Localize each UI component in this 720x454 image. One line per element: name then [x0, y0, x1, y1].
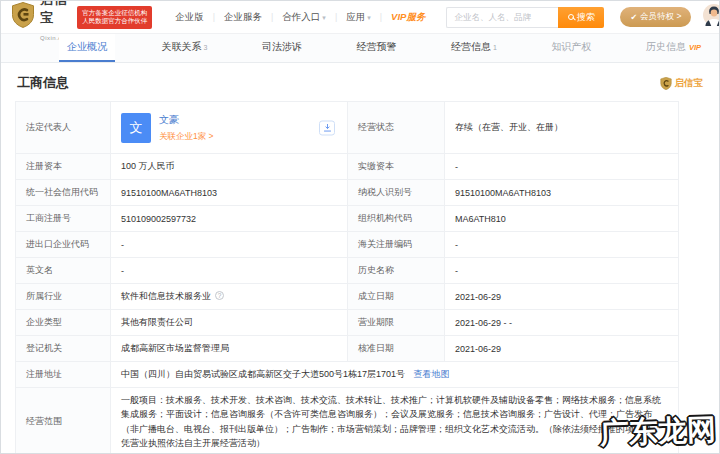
value-organization-code: MA6ATH810 — [445, 206, 679, 232]
value-credit-code: 91510100MA6ATH8103 — [111, 180, 348, 206]
label-former-name: 历史名称 — [348, 258, 445, 284]
tab-operation-info[interactable]: 经营信息1 — [443, 34, 505, 62]
tab-label: 关联关系 — [162, 40, 202, 54]
legal-rep-name-link[interactable]: 文豪 — [159, 113, 214, 127]
value-establish-date: 2021-06-29 — [445, 284, 679, 310]
nav-apps-label: 应用 — [346, 11, 365, 22]
address-text: 中国（四川）自由贸易试验区成都高新区交子大道500号1栋17层1701号 — [121, 369, 405, 379]
help-icon[interactable]: ? — [215, 291, 224, 300]
value-operating-status: 存续（在营、开业、在册） — [445, 102, 679, 154]
nav-vip-service[interactable]: VIP服务 — [382, 11, 434, 24]
label-organization-code: 组织机构代码 — [348, 206, 445, 232]
tab-judicial-litigation[interactable]: 司法涉诉 — [254, 34, 310, 62]
tab-company-overview[interactable]: 企业概况 — [59, 34, 115, 62]
view-map-link[interactable]: 查看地图 — [414, 369, 450, 379]
nav-enterprise-edition[interactable]: 企业版 — [166, 11, 213, 24]
search-button[interactable]: 搜索 — [558, 7, 604, 28]
table-row: 进出口企业代码 - 海关注册编码 - — [16, 232, 679, 258]
check-icon: ✔ — [630, 13, 637, 22]
label-registered-capital: 注册资本 — [16, 154, 111, 180]
member-privilege-button[interactable]: ✔ 会员特权 > — [620, 7, 691, 27]
tab-relationships[interactable]: 关联关系3 — [154, 34, 216, 62]
value-legal-rep: 文 文豪 关联企业1家 > — [111, 102, 348, 154]
value-company-type: 其他有限责任公司 — [111, 310, 348, 336]
table-row: 注册资本 100 万人民币 实缴资本 - — [16, 154, 679, 180]
label-registration-number: 工商注册号 — [16, 206, 111, 232]
label-credit-code: 统一社会信用代码 — [16, 180, 111, 206]
nav-enterprise-service[interactable]: 企业服务 — [215, 11, 271, 24]
vip-badge: VIP — [689, 43, 701, 52]
value-english-name: - — [111, 258, 348, 284]
download-button[interactable] — [319, 120, 335, 135]
brand-name: 启信宝 — [40, 0, 68, 25]
tab-count-badge: 3 — [204, 44, 208, 51]
value-taxpayer-id: 91510100MA6ATH8103 — [445, 180, 679, 206]
tab-label: 企业概况 — [67, 40, 107, 54]
label-registration-authority: 登记机关 — [16, 336, 111, 362]
chevron-down-icon: ▾ — [367, 14, 371, 21]
tab-label: 经营信息 — [451, 40, 491, 54]
top-bar: 启信宝 Qixin.com 官方备案企业征信机构 人民数据官方合作伙伴 企业版 … — [1, 1, 719, 34]
user-avatar[interactable] — [703, 4, 720, 30]
tab-label: 历史信息 — [646, 40, 686, 54]
tab-label: 知识产权 — [551, 40, 591, 54]
tab-label: 司法涉诉 — [262, 40, 302, 54]
table-row: 登记机关 成都高新区市场监督管理局 核准日期 2021-06-29 — [16, 336, 679, 362]
label-industry: 所属行业 — [16, 284, 111, 310]
shield-logo-icon — [11, 2, 35, 32]
label-approval-date: 核准日期 — [348, 336, 445, 362]
label-operating-status: 经营状态 — [348, 102, 445, 154]
tab-history-info[interactable]: 历史信息VIP — [638, 34, 709, 62]
label-establish-date: 成立日期 — [348, 284, 445, 310]
related-companies-link[interactable]: 关联企业1家 > — [159, 131, 214, 143]
section-brand-name: 启信宝 — [675, 77, 704, 90]
page-title: 工商信息 — [17, 74, 69, 92]
value-paid-in-capital: - — [445, 154, 679, 180]
value-registered-address: 中国（四川）自由贸易试验区成都高新区交子大道500号1栋17层1701号 查看地… — [111, 362, 679, 388]
value-business-scope: 一般项目：技术服务、技术开发、技术咨询、技术交流、技术转让、技术推广；计算机软硬… — [111, 388, 679, 454]
shield-mini-icon — [660, 77, 672, 90]
value-industry: 软件和信息技术服务业? — [111, 284, 348, 310]
value-registration-number: 510109002597732 — [111, 206, 348, 232]
legal-rep-avatar: 文 — [121, 113, 151, 143]
label-customs-code: 海关注册编码 — [348, 232, 445, 258]
table-row-address: 注册地址 中国（四川）自由贸易试验区成都高新区交子大道500号1栋17层1701… — [16, 362, 679, 388]
value-registration-authority: 成都高新区市场监督管理局 — [111, 336, 348, 362]
watermark: 广东龙网 — [599, 410, 716, 454]
table-row: 工商注册号 510109002597732 组织机构代码 MA6ATH810 — [16, 206, 679, 232]
label-import-export-code: 进出口企业代码 — [16, 232, 111, 258]
search-input[interactable] — [446, 7, 558, 28]
tab-count-badge: 1 — [493, 44, 497, 51]
value-registered-capital: 100 万人民币 — [111, 154, 348, 180]
label-taxpayer-id: 纳税人识别号 — [348, 180, 445, 206]
label-english-name: 英文名 — [16, 258, 111, 284]
nav-apps[interactable]: 应用▾ — [337, 11, 380, 24]
table-row: 统一社会信用代码 91510100MA6ATH8103 纳税人识别号 91510… — [16, 180, 679, 206]
label-company-type: 企业类型 — [16, 310, 111, 336]
official-badge-line1: 官方备案企业征信机构 — [82, 9, 147, 16]
label-legal-rep: 法定代表人 — [16, 102, 111, 154]
nav-cooperation-label: 合作入口 — [282, 11, 320, 22]
table-row: 所属行业 软件和信息技术服务业? 成立日期 2021-06-29 — [16, 284, 679, 310]
tab-operation-warning[interactable]: 经营预警 — [348, 34, 404, 62]
table-row: 企业类型 其他有限责任公司 营业期限 2021-06-29 - - — [16, 310, 679, 336]
nav-cooperation[interactable]: 合作入口▾ — [273, 11, 335, 24]
value-customs-code: - — [445, 232, 679, 258]
value-former-name: - — [445, 258, 679, 284]
tab-intellectual-property[interactable]: 知识产权 — [543, 34, 599, 62]
value-business-term: 2021-06-29 - - — [445, 310, 679, 336]
table-row: 英文名 - 历史名称 - — [16, 258, 679, 284]
table-row-scope: 经营范围 一般项目：技术服务、技术开发、技术咨询、技术交流、技术转让、技术推广；… — [16, 388, 679, 454]
label-business-scope: 经营范围 — [16, 388, 111, 454]
label-business-term: 营业期限 — [348, 310, 445, 336]
section-header: 工商信息 启信宝 — [1, 63, 719, 101]
member-privilege-label: 会员特权 > — [640, 11, 681, 23]
search-box: 搜索 — [446, 7, 604, 28]
chevron-down-icon: ▾ — [322, 14, 326, 21]
official-badge: 官方备案企业征信机构 人民数据官方合作伙伴 — [77, 6, 152, 29]
value-import-export-code: - — [111, 232, 348, 258]
search-icon — [568, 14, 574, 20]
business-info-table: 法定代表人 文 文豪 关联企业1家 > 经营状态 存续（在营、开业、在册） — [15, 101, 679, 454]
table-row-legal-rep: 法定代表人 文 文豪 关联企业1家 > 经营状态 存续（在营、开业、在册） — [16, 102, 679, 154]
top-nav: 企业版 | 企业服务 | 合作入口▾ | 应用▾ | VIP服务 — [166, 11, 434, 24]
